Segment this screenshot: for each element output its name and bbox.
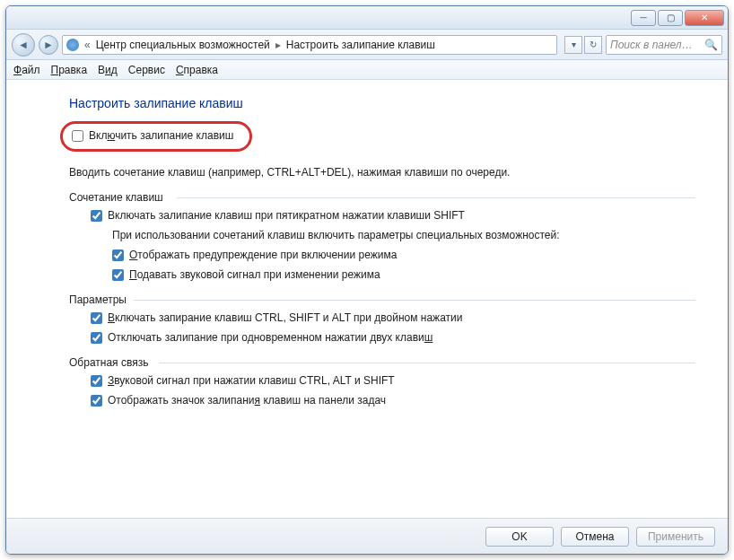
titlebar: ─ ▢ ✕ [6,6,728,30]
breadcrumb-text: Центр специальных возможностей ▸ Настрои… [96,39,435,51]
maximize-button[interactable]: ▢ [658,10,683,26]
turn-off-two-keys-checkbox[interactable] [91,332,102,344]
control-panel-window: ─ ▢ ✕ ◄ ► « Центр специальных возможност… [5,5,729,555]
shortcut-suboptions: При использовании сочетаний клавиш включ… [91,229,695,281]
page-title: Настроить залипание клавиш [69,96,695,110]
group-shortcut: Включать залипание клавиш при пятикратно… [69,209,695,281]
show-warning-label: Отображать предупреждение при включении … [129,249,397,261]
menu-bar: Файл Правка Вид Сервис Справка [6,60,728,80]
beep-modifier-checkbox[interactable] [91,375,102,387]
group-feedback-title: Обратная связь [69,356,695,369]
breadcrumb-field[interactable]: « Центр специальных возможностей ▸ Настр… [62,35,557,55]
content-area: Настроить залипание клавиш Включить зали… [6,80,728,518]
search-placeholder: Поиск в панел… [610,39,693,51]
menu-edit[interactable]: Правка [51,64,88,76]
lock-modifier-checkbox[interactable] [91,312,102,324]
show-taskbar-icon-checkbox[interactable] [91,395,102,407]
shift-five-times-label: Включать залипание клавиш при пятикратно… [108,209,465,222]
dialog-footer: OK Отмена Применить [6,518,728,554]
lock-modifier-label: Включать запирание клавиш CTRL, SHIFT и … [108,311,462,324]
menu-help[interactable]: Справка [176,64,218,76]
description-text: Вводить сочетание клавиш (например, CTRL… [69,166,695,179]
address-bar: ◄ ► « Центр специальных возможностей ▸ Н… [6,30,728,60]
close-button[interactable]: ✕ [685,10,724,26]
back-button[interactable]: ◄ [12,33,35,57]
group-params-title: Параметры [69,293,695,306]
menu-view[interactable]: Вид [98,64,118,76]
forward-button[interactable]: ► [39,35,58,55]
show-warning-checkbox[interactable] [112,249,124,261]
chevron-right-icon: ▸ [275,39,281,51]
addr-dropdown-button[interactable]: ▾ [564,36,582,54]
suboptions-caption: При использовании сочетаний клавиш включ… [112,229,695,241]
enable-sticky-keys-label: Включить залипание клавиш [89,129,233,142]
refresh-button[interactable]: ↻ [584,36,602,54]
search-icon: 🔍 [704,39,718,51]
breadcrumb-current[interactable]: Настроить залипание клавиш [286,39,435,51]
breadcrumb-expand-icon[interactable]: « [84,39,91,51]
beep-modifier-label: Звуковой сигнал при нажатии клавиш CTRL,… [108,374,395,387]
turn-off-two-keys-label: Отключать залипание при одновременном на… [108,331,433,344]
menu-file[interactable]: Файл [13,64,40,76]
play-sound-checkbox[interactable] [112,269,124,281]
group-shortcut-title: Сочетание клавиш [69,191,695,204]
ok-button[interactable]: OK [485,527,554,547]
menu-tools[interactable]: Сервис [128,64,165,76]
cancel-button[interactable]: Отмена [561,527,629,547]
ease-of-access-icon [66,39,79,51]
breadcrumb-root[interactable]: Центр специальных возможностей [96,39,270,51]
play-sound-label: Подавать звуковой сигнал при изменении р… [129,268,380,281]
group-feedback: Звуковой сигнал при нажатии клавиш CTRL,… [69,374,695,407]
shift-five-times-checkbox[interactable] [91,210,102,222]
address-tools: ▾ ↻ [564,36,602,54]
show-taskbar-icon-label: Отображать значок залипания клавиш на па… [108,394,386,407]
search-input[interactable]: Поиск в панел… 🔍 [606,35,722,55]
highlight-annotation: Включить залипание клавиш [60,121,252,152]
apply-button[interactable]: Применить [636,527,715,547]
group-params: Включать запирание клавиш CTRL, SHIFT и … [69,311,695,344]
minimize-button[interactable]: ─ [631,10,656,26]
enable-sticky-keys-checkbox[interactable] [72,130,83,142]
